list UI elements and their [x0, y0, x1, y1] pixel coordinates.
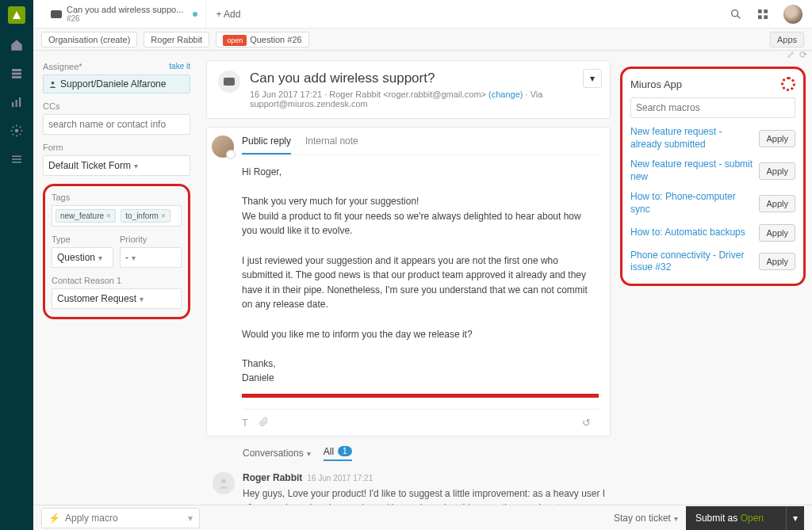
- assignee-label: Assignee*: [43, 62, 82, 71]
- agent-avatar: [212, 135, 234, 158]
- stay-on-ticket-dropdown[interactable]: Stay on ticket: [614, 513, 678, 524]
- ticket-title: Can you add wireless support?: [250, 71, 599, 86]
- conversation-filter: Conversations All 1: [206, 437, 611, 469]
- apply-macro-button[interactable]: Apply: [759, 130, 795, 147]
- svg-rect-3: [12, 102, 13, 107]
- apply-macro-button[interactable]: Apply: [759, 162, 795, 180]
- home-icon[interactable]: [10, 38, 24, 52]
- reply-textarea[interactable]: Hi Roger, Thank you very much for your s…: [242, 155, 599, 392]
- svg-point-10: [732, 10, 738, 16]
- undo-icon[interactable]: ↺: [582, 417, 591, 429]
- ticket-tab[interactable]: Can you add wireless suppo... #26: [43, 0, 206, 28]
- crumb-requester[interactable]: Roger Rabbit: [144, 32, 209, 48]
- workspace: Assignee*take it Support/Daniele Alfaron…: [33, 51, 812, 505]
- contact-reason-select[interactable]: Customer Request: [52, 288, 182, 309]
- count-badge: 1: [338, 446, 352, 456]
- type-select[interactable]: Question: [52, 247, 113, 268]
- tag-chip[interactable]: to_inform×: [121, 209, 170, 223]
- comment: Roger Rabbit16 Jun 2017 17:21 Hey guys, …: [206, 469, 611, 505]
- svg-line-11: [737, 16, 740, 18]
- add-tab-button[interactable]: + Add: [206, 9, 250, 20]
- tab-public-reply[interactable]: Public reply: [242, 135, 291, 154]
- app-title: Miuros App: [630, 78, 682, 90]
- footer-bar: ⚡ Apply macro ▾ Stay on ticket Submit as…: [33, 505, 812, 530]
- status-badge: open: [223, 35, 247, 46]
- ccs-label: CCs: [43, 101, 59, 111]
- ccs-input[interactable]: [43, 114, 190, 135]
- views-icon[interactable]: [10, 67, 24, 81]
- search-icon[interactable]: [730, 8, 742, 21]
- envelope-icon: [51, 10, 62, 18]
- tab-internal-note[interactable]: Internal note: [305, 135, 358, 154]
- user-avatar[interactable]: [783, 5, 802, 24]
- macro-row: How to: Automatic backups Apply: [630, 224, 795, 242]
- reply-tabs: Public reply Internal note: [242, 135, 599, 155]
- submit-button[interactable]: Submit as Open: [686, 506, 786, 530]
- tag-chip[interactable]: new_feature×: [56, 209, 116, 223]
- apps-toggle-button[interactable]: Apps: [770, 32, 804, 48]
- apply-macro-button[interactable]: Apply: [759, 224, 795, 242]
- macro-search-input[interactable]: [630, 97, 795, 118]
- svg-point-17: [221, 479, 225, 483]
- svg-rect-2: [12, 76, 21, 78]
- channel-icon-wrap: [218, 71, 240, 93]
- top-bar: Can you add wireless suppo... #26 + Add: [33, 0, 812, 29]
- apps-grid-icon[interactable]: [756, 8, 769, 21]
- macro-row: New feature request - submit new Apply: [630, 158, 795, 183]
- ticket-actions-dropdown[interactable]: ▾: [583, 69, 602, 88]
- attachment-icon[interactable]: [259, 416, 269, 429]
- admin-gear-icon[interactable]: [10, 124, 24, 138]
- crumb-ticket[interactable]: openQuestion #26: [216, 32, 308, 48]
- svg-point-6: [15, 129, 19, 133]
- zendesk-logo-icon: [8, 6, 25, 24]
- macro-link[interactable]: Phone connectivity - Driver issue #32: [630, 250, 754, 274]
- macro-link[interactable]: New feature request - already submitted: [630, 126, 754, 151]
- comment-author: Roger Rabbit: [243, 472, 302, 483]
- reporting-icon[interactable]: [10, 95, 24, 109]
- change-requester-link[interactable]: (change): [488, 90, 523, 99]
- loading-spinner-icon: [781, 77, 795, 91]
- macro-link[interactable]: New feature request - submit new: [630, 158, 754, 183]
- tab-subtitle: #26: [67, 14, 183, 23]
- ticket-main: Can you add wireless support? 16 Jun 201…: [200, 51, 617, 505]
- remove-tag-icon[interactable]: ×: [161, 212, 166, 220]
- breadcrumb-bar: Organisation (create) Roger Rabbit openQ…: [33, 29, 812, 51]
- more-icon[interactable]: [10, 152, 24, 166]
- priority-select[interactable]: -: [120, 247, 182, 268]
- macro-link[interactable]: How to: Automatic backups: [630, 227, 754, 239]
- take-it-link[interactable]: take it: [169, 62, 190, 71]
- ticket-meta: 16 Jun 2017 17:21 · Roger Rabbit <roger.…: [250, 90, 599, 109]
- svg-rect-7: [12, 156, 21, 158]
- apply-macro-dropdown[interactable]: ⚡ Apply macro ▾: [41, 508, 200, 528]
- macro-row: Phone connectivity - Driver issue #32 Ap…: [630, 250, 795, 274]
- reply-box: Public reply Internal note Hi Roger, Tha…: [206, 127, 611, 437]
- svg-rect-0: [12, 69, 21, 71]
- refresh-icon[interactable]: ⟳: [799, 49, 807, 60]
- form-label: Form: [43, 143, 63, 152]
- svg-rect-15: [764, 15, 768, 19]
- remove-tag-icon[interactable]: ×: [106, 212, 111, 220]
- apply-macro-button[interactable]: Apply: [759, 253, 795, 270]
- conversations-filter[interactable]: Conversations: [243, 448, 311, 459]
- type-label: Type: [52, 234, 71, 244]
- person-icon: [48, 80, 57, 89]
- filter-all[interactable]: All 1: [324, 446, 352, 461]
- highlight-underline: [242, 394, 599, 398]
- highlighted-fields-box: Tags new_feature× to_inform× Type Questi…: [43, 184, 190, 319]
- tags-field[interactable]: new_feature× to_inform×: [52, 205, 182, 227]
- crumb-organisation[interactable]: Organisation (create): [41, 32, 137, 48]
- form-select[interactable]: Default Ticket Form: [43, 155, 190, 176]
- assignee-field[interactable]: Support/Daniele Alfarone: [43, 74, 190, 93]
- priority-label: Priority: [120, 234, 147, 244]
- svg-rect-12: [758, 10, 762, 13]
- svg-rect-13: [764, 10, 768, 13]
- submit-status-dropdown[interactable]: ▾: [786, 506, 804, 530]
- miuros-app-card: Miuros App New feature request - already…: [620, 67, 806, 286]
- macro-row: New feature request - already submitted …: [630, 126, 795, 151]
- text-format-icon[interactable]: T: [242, 417, 248, 429]
- comment-body: Hey guys, Love your product! I'd like to…: [243, 486, 606, 505]
- expand-icon[interactable]: ⤢: [787, 49, 795, 60]
- macro-link[interactable]: How to: Phone-computer sync: [630, 191, 754, 215]
- svg-rect-9: [12, 162, 21, 163]
- apply-macro-button[interactable]: Apply: [759, 195, 795, 212]
